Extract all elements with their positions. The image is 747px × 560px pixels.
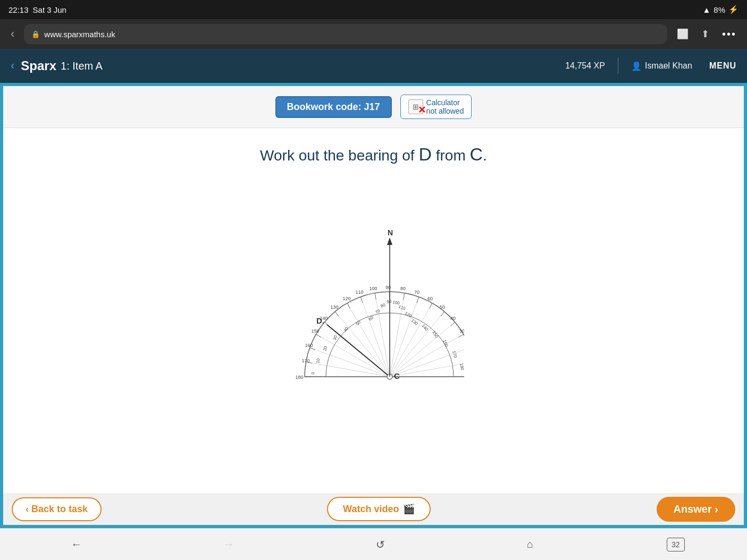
svg-text:110: 110 xyxy=(355,290,363,295)
svg-text:100: 100 xyxy=(369,286,377,291)
app-logo: Sparx xyxy=(21,58,56,73)
bookwork-bar: Bookwork code: J17 ✕ Calculatornot allow… xyxy=(3,86,744,128)
svg-text:80: 80 xyxy=(400,286,405,291)
ios-forward-button[interactable]: → xyxy=(215,534,242,555)
status-bar: 22:13 Sat 3 Jun ▲ 8% ⚡ xyxy=(0,0,747,19)
main-content: Bookwork code: J17 ✕ Calculatornot allow… xyxy=(0,83,747,528)
menu-button[interactable]: MENU xyxy=(709,61,736,71)
user-name: Ismael Khan xyxy=(645,61,692,71)
url-text: www.sparxmaths.uk xyxy=(44,30,115,39)
url-bar[interactable]: 🔒 www.sparxmaths.uk xyxy=(24,24,667,44)
svg-text:N: N xyxy=(388,228,393,237)
svg-text:160: 160 xyxy=(305,343,313,348)
svg-text:D.: D. xyxy=(316,316,324,325)
content-card: Bookwork code: J17 ✕ Calculatornot allow… xyxy=(3,86,744,525)
svg-text:C: C xyxy=(394,371,400,380)
bookwork-code-badge: Bookwork code: J17 xyxy=(275,96,392,118)
question-letter-c: C xyxy=(470,144,483,164)
ios-tabs-button[interactable]: 32 xyxy=(667,538,685,551)
question-letter-d: D xyxy=(418,144,432,164)
header-divider xyxy=(618,58,618,74)
browser-back-button[interactable]: ‹ xyxy=(6,25,19,43)
watch-video-label: Watch video xyxy=(343,504,399,515)
video-camera-icon: 🎬 xyxy=(403,503,415,515)
svg-text:170: 170 xyxy=(301,358,309,363)
back-to-task-button[interactable]: ‹ Back to task xyxy=(12,497,102,521)
protractor-diagram: N xyxy=(283,181,464,482)
user-info: 👤 Ismael Khan xyxy=(631,61,692,71)
calculator-icon: ✕ xyxy=(408,99,423,114)
xp-display: 14,754 XP xyxy=(565,61,605,71)
ios-reload-button[interactable]: ↺ xyxy=(367,534,393,555)
ios-home-button[interactable]: ⌂ xyxy=(518,534,542,555)
watch-video-button[interactable]: Watch video 🎬 xyxy=(327,497,431,521)
app-header: ‹ Sparx 1: Item A 14,754 XP 👤 Ismael Kha… xyxy=(0,49,747,83)
svg-text:30: 30 xyxy=(459,328,464,334)
calculator-badge: ✕ Calculatornot allowed xyxy=(400,95,472,119)
status-time: 22:13 xyxy=(9,5,29,14)
ios-back-button[interactable]: ← xyxy=(62,534,90,555)
ios-bottom-bar: ← → ↺ ⌂ 32 xyxy=(0,528,747,560)
question-text-after: . xyxy=(483,147,487,164)
protractor-svg: N xyxy=(283,228,464,435)
wifi-icon: ▲ xyxy=(702,5,710,14)
lock-icon: 🔒 xyxy=(31,30,40,38)
calculator-x-icon: ✕ xyxy=(418,104,426,116)
calculator-label: Calculatornot allowed xyxy=(426,98,464,115)
svg-text:40: 40 xyxy=(450,316,455,321)
share-icon[interactable]: ⬆ xyxy=(697,26,714,42)
battery-icon: ⚡ xyxy=(728,5,738,14)
svg-text:130: 130 xyxy=(330,304,338,310)
battery-percent: 8% xyxy=(714,5,725,14)
question-text-before: Work out the bearing of xyxy=(260,147,418,164)
svg-text:180: 180 xyxy=(295,375,303,380)
answer-button[interactable]: Answer › xyxy=(657,497,735,522)
svg-text:120: 120 xyxy=(342,296,350,301)
question-area: Work out the bearing of D from C. N xyxy=(3,128,744,493)
bottom-navigation: ‹ Back to task Watch video 🎬 Answer › xyxy=(3,493,744,525)
svg-text:70: 70 xyxy=(414,290,419,295)
svg-text:60: 60 xyxy=(427,296,432,301)
question-text: Work out the bearing of D from C. xyxy=(260,144,487,165)
app-title: 1: Item A xyxy=(61,60,103,72)
user-icon: 👤 xyxy=(631,61,642,71)
header-back-button[interactable]: ‹ xyxy=(11,59,14,73)
svg-text:50: 50 xyxy=(439,304,444,310)
question-text-middle: from xyxy=(432,147,470,164)
bookmark-icon[interactable]: ⬜ xyxy=(673,26,693,42)
status-date: Sat 3 Jun xyxy=(33,5,66,14)
svg-marker-1 xyxy=(387,237,392,245)
browser-bar: ‹ 🔒 www.sparxmaths.uk ⬜ ⬆ ••• xyxy=(0,19,747,49)
svg-text:150: 150 xyxy=(311,328,319,334)
browser-menu-button[interactable]: ••• xyxy=(718,26,741,43)
